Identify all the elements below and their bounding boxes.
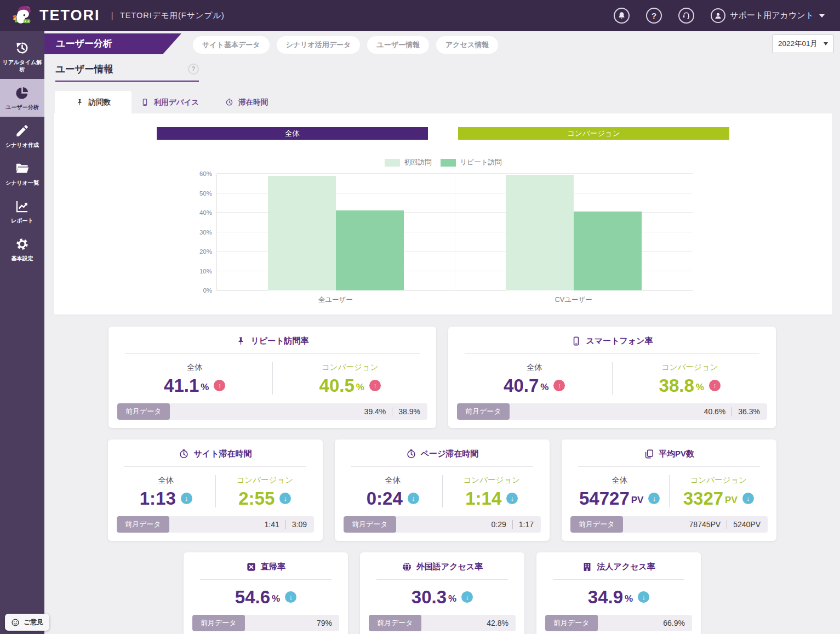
account-menu[interactable]: サポート用アカウント <box>711 8 825 23</box>
metric-value-row: 34.9%↓ <box>588 588 649 606</box>
card-title-corporate-access-rate: 法人アクセス率 <box>545 562 692 572</box>
sidebar-item-user-analysis[interactable]: ユーザー分析 <box>0 79 44 117</box>
metric-value-row: 1:13↓ <box>140 489 192 507</box>
cards-row-2: 直帰率54.6%↓前月データ79%外国語アクセス率30.3%↓前月データ42.8… <box>44 552 840 634</box>
sidebar-item-scenario-create[interactable]: シナリオ作成 <box>0 117 44 155</box>
metric-value-row: 54.6%↓ <box>235 588 296 606</box>
metric-label: コンバージョン <box>661 362 718 373</box>
bar-group-1 <box>455 174 693 290</box>
bar-first-visit-1[interactable] <box>506 175 574 290</box>
metric-overall: 全体41.1%↑ <box>117 362 272 395</box>
section-head: ユーザー情報 ? <box>55 62 199 82</box>
trend-down-icon: ↓ <box>648 493 660 504</box>
prev-month-value: 1:17 <box>512 520 534 529</box>
bar-first-visit-0[interactable] <box>268 176 336 290</box>
sidebar-item-scenario-list[interactable]: シナリオ一覧 <box>0 155 44 192</box>
cards-row-0: リピート訪問率全体41.1%↑コンバージョン40.5%↑前月データ39.4%38… <box>44 327 840 428</box>
section-title: ユーザー情報 <box>55 62 113 76</box>
card-metrics: 30.3%↓ <box>369 588 516 606</box>
main-content: ユーザー分析 サイト基本データシナリオ活用データユーザー情報アクセス情報 202… <box>44 31 840 634</box>
prev-month-value: 0:29 <box>492 520 506 529</box>
metric-value-row: 0:24↓ <box>367 489 419 507</box>
prev-month-chip: 前月データ <box>192 615 245 631</box>
prev-month-chip: 前月データ <box>545 615 598 631</box>
metric-value: 30.3 <box>412 588 447 606</box>
metric-unit: PV <box>725 495 738 507</box>
metric-label: 全体 <box>612 475 627 486</box>
sidebar-item-label: シナリオ一覧 <box>5 179 39 186</box>
trend-up-icon: ↑ <box>709 380 721 391</box>
tab-label: 利用デバイス <box>154 98 199 107</box>
card-title-page-stay-time: ページ滞在時間 <box>344 449 541 459</box>
banner-conversion: コンバージョン <box>458 127 729 140</box>
metric-conversion: コンバージョン2:55↓ <box>215 475 315 507</box>
pill-1[interactable]: シナリオ活用データ <box>277 36 361 54</box>
prev-month-values: 79% <box>317 619 339 627</box>
card-title-label: ページ滞在時間 <box>421 449 479 459</box>
card-foreign-access-rate: 外国語アクセス率30.3%↓前月データ42.8% <box>360 552 524 634</box>
chevron-down-icon <box>819 14 825 18</box>
card-divider <box>200 579 332 580</box>
pill-2[interactable]: ユーザー情報 <box>367 36 429 54</box>
account-name-label: サポート用アカウント <box>730 10 814 21</box>
period-select[interactable]: 2022年01月 <box>772 35 834 53</box>
card-divider <box>124 466 306 467</box>
support-icon[interactable] <box>678 8 694 24</box>
metric-value: 3327 <box>683 489 723 507</box>
metric-label: 全体 <box>158 475 174 486</box>
card-corporate-access-rate: 法人アクセス率34.9%↓前月データ66.9% <box>536 552 701 634</box>
card-divider <box>125 353 420 354</box>
building-icon <box>582 562 592 572</box>
site-name-label: TETORIデモ用(Fサンプル) <box>120 10 225 21</box>
bell-icon[interactable] <box>614 8 630 24</box>
tab-time[interactable]: 滞在時間 <box>208 91 285 113</box>
card-site-stay-time: サイト滞在時間全体1:13↓コンバージョン2:55↓前月データ1:413:09 <box>108 439 323 541</box>
metric-conversion: コンバージョン1:14↓ <box>442 475 541 507</box>
metric-overall: 全体40.7%↑ <box>457 362 612 395</box>
card-metrics: 全体41.1%↑コンバージョン40.5%↑ <box>117 362 427 395</box>
metric-value: 54727 <box>579 489 630 507</box>
prev-month-row: 前月データ39.4%38.9% <box>117 403 427 420</box>
feedback-button[interactable]: ご意見 <box>5 614 49 631</box>
prev-month-row: 前月データ66.9% <box>545 615 692 631</box>
section-help-icon[interactable]: ? <box>188 64 199 75</box>
prev-month-values: 0:291:17 <box>492 520 541 529</box>
card-title-repeat-visit-rate: リピート訪問率 <box>117 336 427 346</box>
prev-month-values: 39.4%38.9% <box>364 407 427 416</box>
feedback-label: ご意見 <box>24 618 43 627</box>
bar-repeat-visit-0[interactable] <box>336 210 404 290</box>
tab-devices[interactable]: 利用デバイス <box>132 91 208 113</box>
segment-banners: 全体 コンバージョン <box>54 113 832 140</box>
card-title-label: 法人アクセス率 <box>597 562 655 572</box>
y-axis-tick: 10% <box>188 268 212 275</box>
smartphone-icon <box>141 98 149 106</box>
metric-value-row: 40.5%↑ <box>319 376 381 395</box>
metric-value: 54.6 <box>235 588 270 606</box>
metric-conversion: コンバージョン3327PV↓ <box>669 475 768 507</box>
metric-value: 40.5 <box>319 376 355 395</box>
pin-icon <box>76 98 84 106</box>
sidebar-item-report[interactable]: レポート <box>0 192 44 230</box>
pill-3[interactable]: アクセス情報 <box>436 36 498 54</box>
pill-0[interactable]: サイト基本データ <box>193 36 270 54</box>
metric-value: 1:13 <box>140 489 176 507</box>
card-bounce-rate: 直帰率54.6%↓前月データ79% <box>184 552 348 634</box>
metric-value-row: 3327PV↓ <box>683 489 754 507</box>
bar-repeat-visit-1[interactable] <box>574 212 642 290</box>
metric-value-row: 2:55↓ <box>238 489 291 507</box>
metric-conversion: コンバージョン38.8%↑ <box>612 362 768 395</box>
card-title-foreign-access-rate: 外国語アクセス率 <box>369 562 516 572</box>
tab-visits[interactable]: 訪問数 <box>55 91 132 113</box>
prev-month-value: 1:41 <box>265 520 279 529</box>
sidebar-item-realtime[interactable]: リアルタイム解析 <box>0 34 44 79</box>
prev-month-value: 36.3% <box>732 407 760 416</box>
prev-month-value: 3:09 <box>285 520 307 529</box>
y-axis-tick: 40% <box>188 209 212 216</box>
prev-month-values: 42.8% <box>487 619 516 627</box>
legend-item-first-visit: 初回訪問 <box>385 158 432 167</box>
prev-month-row: 前月データ42.8% <box>369 615 516 631</box>
help-icon[interactable]: ? <box>646 8 662 24</box>
card-title-label: サイト滞在時間 <box>193 449 252 459</box>
prev-month-chip: 前月データ <box>117 516 169 533</box>
sidebar-item-settings[interactable]: 基本設定 <box>0 230 44 268</box>
